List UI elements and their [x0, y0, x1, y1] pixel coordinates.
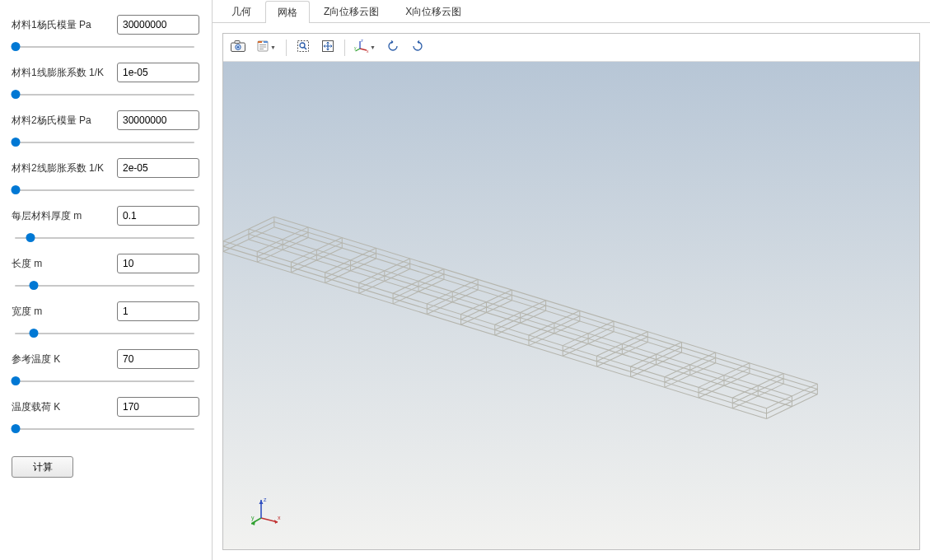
param-group: 材料2线膨胀系数 1/K: [12, 158, 200, 198]
svg-rect-7: [259, 44, 266, 45]
param-input[interactable]: [117, 63, 199, 82]
svg-marker-136: [259, 500, 264, 504]
zoom-extents-button[interactable]: [316, 36, 339, 59]
param-label: 材料1线膨胀系数 1/K: [12, 66, 110, 80]
rotate-ccw-icon: [386, 40, 400, 55]
param-label: 材料2线膨胀系数 1/K: [12, 161, 110, 175]
param-group: 材料1杨氏模量 Pa: [12, 15, 200, 54]
svg-text:z: z: [264, 497, 267, 502]
svg-rect-6: [264, 41, 268, 43]
param-group: 材料1线膨胀系数 1/K: [12, 63, 200, 102]
svg-line-12: [304, 47, 306, 49]
axis-triad: x y z: [251, 493, 284, 526]
toolbar-separator: [344, 40, 345, 56]
svg-point-3: [237, 46, 240, 49]
param-input[interactable]: [117, 206, 199, 226]
svg-text:y: y: [251, 515, 255, 521]
param-input[interactable]: [117, 349, 199, 369]
param-slider[interactable]: [12, 326, 198, 341]
tab[interactable]: 几何: [219, 0, 264, 22]
zoom-box-icon: [297, 40, 310, 55]
param-label: 长度 m: [12, 257, 110, 271]
svg-point-11: [300, 43, 305, 48]
xyz-view-icon: x y z: [354, 40, 369, 55]
param-group: 长度 m: [12, 254, 200, 293]
rotate-cw-icon: [411, 40, 424, 55]
param-label: 温度载荷 K: [12, 400, 110, 414]
param-group: 材料2杨氏模量 Pa: [12, 110, 200, 150]
svg-text:x: x: [278, 515, 281, 520]
svg-line-14: [360, 49, 367, 50]
svg-rect-1: [235, 41, 240, 44]
mesh-wireframe: [223, 62, 919, 549]
param-slider[interactable]: [12, 183, 198, 198]
camera-icon: [231, 40, 245, 54]
param-slider[interactable]: [12, 40, 198, 54]
param-input[interactable]: [117, 110, 199, 130]
rotate-ccw-button[interactable]: [381, 36, 404, 59]
param-label: 材料2杨氏模量 Pa: [12, 114, 110, 128]
main-area: 几何网格Z向位移云图X向位移云图: [213, 0, 930, 560]
svg-rect-5: [258, 41, 262, 43]
screenshot-button[interactable]: [227, 36, 250, 59]
print-button[interactable]: ▼: [251, 36, 281, 59]
tab[interactable]: Z向位移云图: [311, 0, 391, 22]
chevron-down-icon: ▼: [370, 44, 376, 50]
viewer-container: ▼: [213, 23, 930, 560]
svg-text:y: y: [354, 45, 357, 50]
svg-rect-10: [298, 41, 309, 52]
calculate-button[interactable]: 计算: [12, 456, 73, 478]
param-label: 宽度 m: [12, 305, 110, 319]
viewer-frame: ▼: [222, 33, 920, 550]
param-slider[interactable]: [12, 231, 198, 245]
param-group: 参考温度 K: [12, 349, 200, 389]
param-input[interactable]: [117, 15, 199, 35]
svg-rect-8: [259, 47, 266, 48]
param-slider[interactable]: [12, 422, 198, 436]
svg-text:z: z: [361, 40, 363, 43]
svg-rect-9: [259, 49, 264, 49]
3d-viewport[interactable]: x y z: [223, 62, 919, 549]
param-input[interactable]: [117, 158, 199, 178]
viewer-toolbar: ▼: [223, 34, 919, 62]
zoom-extents-icon: [321, 40, 334, 55]
param-label: 材料1杨氏模量 Pa: [12, 18, 110, 32]
tab[interactable]: 网格: [265, 1, 310, 23]
default-view-button[interactable]: x y z ▼: [350, 36, 380, 59]
chevron-down-icon: ▼: [270, 44, 276, 50]
param-group: 温度载荷 K: [12, 397, 200, 436]
param-input[interactable]: [117, 254, 199, 273]
svg-text:x: x: [367, 49, 369, 54]
param-label: 每层材料厚度 m: [12, 209, 110, 223]
param-slider[interactable]: [12, 135, 198, 150]
tab[interactable]: X向位移云图: [393, 0, 474, 22]
param-input[interactable]: [117, 301, 199, 321]
rotate-cw-button[interactable]: [406, 36, 429, 59]
tabs-bar: 几何网格Z向位移云图X向位移云图: [213, 0, 930, 23]
param-slider[interactable]: [12, 374, 198, 389]
print-icon: [256, 40, 269, 55]
param-group: 每层材料厚度 m: [12, 206, 200, 245]
sidebar-panel: 材料1杨氏模量 Pa 材料1线膨胀系数 1/K 材料2杨氏模量 Pa 材料2线膨…: [0, 0, 213, 560]
param-slider[interactable]: [12, 278, 198, 293]
toolbar-separator: [286, 40, 287, 56]
param-group: 宽度 m: [12, 301, 200, 341]
param-label: 参考温度 K: [12, 352, 110, 366]
zoom-box-button[interactable]: [292, 36, 315, 59]
param-input[interactable]: [117, 397, 199, 417]
param-slider[interactable]: [12, 87, 198, 102]
